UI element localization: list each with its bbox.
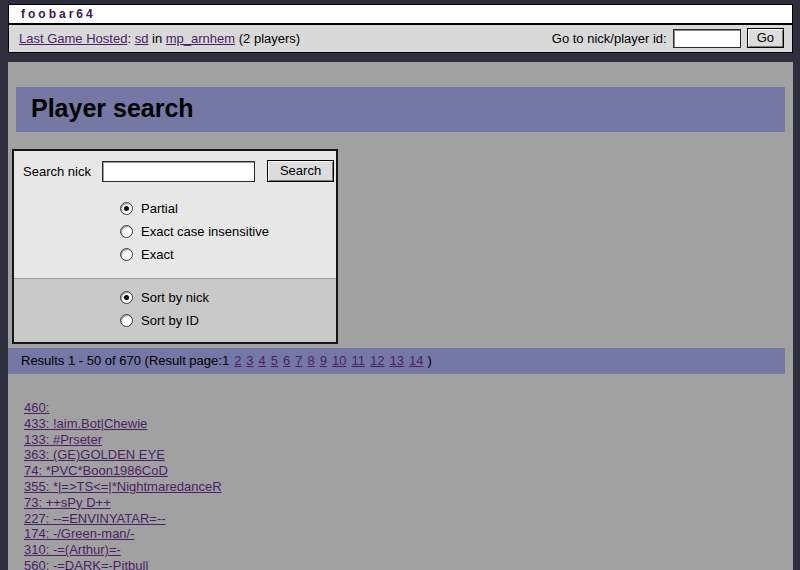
match-option-partial[interactable]: Partial	[120, 197, 336, 220]
colon-text: :	[127, 31, 131, 46]
sort-option-label: Sort by nick	[141, 290, 209, 305]
player-link-174[interactable]: 174: -/Green-man/-	[24, 526, 135, 541]
player-link-133[interactable]: 133: #Prseter	[24, 432, 102, 447]
go-button[interactable]: Go	[747, 28, 784, 48]
match-option-label: Partial	[141, 201, 178, 216]
goto-input[interactable]	[673, 29, 741, 48]
result-page-link-6[interactable]: 6	[283, 353, 290, 368]
player-list-row: 133: #Prseter	[24, 432, 793, 448]
player-list-row: 355: *|=>TS<=|*NightmaredanceR	[24, 479, 793, 495]
last-game-hosted-link[interactable]: Last Game Hosted	[19, 31, 127, 46]
sort-option-sort-by-id[interactable]: Sort by ID	[120, 309, 336, 332]
result-page-link-9[interactable]: 9	[320, 353, 327, 368]
page-title: Player search	[16, 87, 785, 132]
sub-bar: Last Game Hosted: sd in mp_arnhem (2 pla…	[9, 25, 792, 52]
player-list-row: 73: ++sPy D++	[24, 495, 793, 511]
game-mode-link[interactable]: sd	[135, 31, 149, 46]
result-page-link-8[interactable]: 8	[308, 353, 315, 368]
result-page-link-10[interactable]: 10	[332, 353, 346, 368]
player-list: 460:433: !aim.Bot|Chewie133: #Prseter363…	[24, 400, 793, 570]
results-summary: Results 1 - 50 of 670 (Result page:	[21, 353, 222, 368]
radio-button-icon[interactable]	[120, 202, 133, 215]
result-page-link-4[interactable]: 4	[259, 353, 266, 368]
player-list-row: 560: -=DARK=-Pitbull	[24, 558, 793, 570]
players-count-text: (2 players)	[239, 31, 300, 46]
player-list-row: 460:	[24, 400, 793, 416]
player-list-row: 433: !aim.Bot|Chewie	[24, 416, 793, 432]
map-link[interactable]: mp_arnhem	[166, 31, 235, 46]
match-option-label: Exact	[141, 247, 174, 262]
player-link-310[interactable]: 310: -=(Arthur)=-	[24, 542, 121, 557]
sort-options-group: Sort by nickSort by ID	[23, 286, 336, 332]
search-nick-input[interactable]	[102, 161, 255, 182]
player-link-74[interactable]: 74: *PVC*Boon1986CoD	[24, 463, 168, 478]
result-page-link-14[interactable]: 14	[409, 353, 423, 368]
result-page-link-3[interactable]: 3	[246, 353, 253, 368]
sort-section: Sort by nickSort by ID	[14, 278, 336, 342]
player-list-row: 310: -=(Arthur)=-	[24, 542, 793, 558]
radio-button-icon[interactable]	[120, 314, 133, 327]
result-page-link-11[interactable]: 11	[351, 353, 365, 368]
in-text: in	[152, 31, 162, 46]
sort-option-label: Sort by ID	[141, 313, 199, 328]
player-list-row: 227: --=ENVINYATAR=--	[24, 511, 793, 527]
player-link-433[interactable]: 433: !aim.Bot|Chewie	[24, 416, 147, 431]
match-option-exact-case-insensitive[interactable]: Exact case insensitive	[120, 220, 336, 243]
sort-option-sort-by-nick[interactable]: Sort by nick	[120, 286, 336, 309]
page-links: 234567891011121314	[229, 353, 423, 368]
player-link-363[interactable]: 363: (GE)GOLDEN EYE	[24, 447, 165, 462]
player-list-row: 363: (GE)GOLDEN EYE	[24, 447, 793, 463]
radio-button-icon[interactable]	[120, 248, 133, 261]
results-suffix: )	[427, 353, 431, 368]
player-list-row: 174: -/Green-man/-	[24, 526, 793, 542]
player-list-row: 74: *PVC*Boon1986CoD	[24, 463, 793, 479]
result-page-link-7[interactable]: 7	[295, 353, 302, 368]
last-game-status: Last Game Hosted: sd in mp_arnhem (2 pla…	[19, 31, 300, 46]
content-area: Player search Search nick Search Partial…	[8, 62, 793, 570]
player-link-460[interactable]: 460:	[24, 400, 49, 415]
player-link-355[interactable]: 355: *|=>TS<=|*NightmaredanceR	[24, 479, 222, 494]
result-page-link-2[interactable]: 2	[234, 353, 241, 368]
search-section: Search nick Search PartialExact case ins…	[14, 151, 336, 278]
player-link-227[interactable]: 227: --=ENVINYATAR=--	[24, 511, 166, 526]
result-page-link-12[interactable]: 12	[370, 353, 384, 368]
match-option-label: Exact case insensitive	[141, 224, 269, 239]
goto-form: Go to nick/player id: Go	[552, 28, 784, 48]
result-page-link-13[interactable]: 13	[389, 353, 403, 368]
results-bar: Results 1 - 50 of 670 (Result page:12345…	[8, 348, 785, 374]
search-button[interactable]: Search	[267, 160, 334, 182]
player-link-73[interactable]: 73: ++sPy D++	[24, 495, 111, 510]
match-option-exact[interactable]: Exact	[120, 243, 336, 266]
site-title: foobar64	[9, 5, 792, 25]
player-link-560[interactable]: 560: -=DARK=-Pitbull	[24, 558, 148, 570]
top-bar: foobar64 Last Game Hosted: sd in mp_arnh…	[8, 4, 793, 53]
result-page-link-5[interactable]: 5	[271, 353, 278, 368]
radio-button-icon[interactable]	[120, 291, 133, 304]
radio-button-icon[interactable]	[120, 225, 133, 238]
goto-label: Go to nick/player id:	[552, 31, 667, 46]
match-options-group: PartialExact case insensitiveExact	[23, 197, 336, 266]
player-search-form: Search nick Search PartialExact case ins…	[12, 149, 338, 344]
search-nick-label: Search nick	[23, 164, 91, 179]
